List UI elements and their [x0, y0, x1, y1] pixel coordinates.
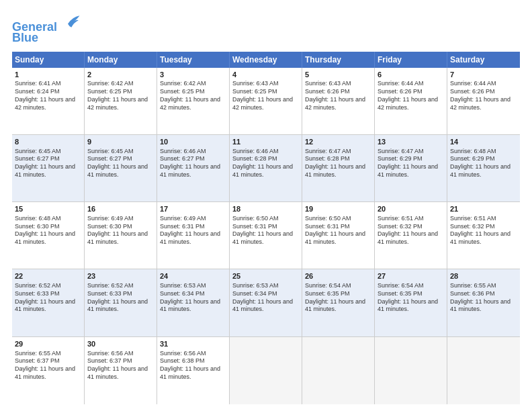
cell-info: Sunrise: 6:46 AMSunset: 6:27 PMDaylight:… — [160, 148, 226, 179]
calendar-cell: 17Sunrise: 6:49 AMSunset: 6:31 PMDayligh… — [157, 202, 230, 269]
day-number: 7 — [450, 70, 517, 80]
calendar-cell: 9Sunrise: 6:45 AMSunset: 6:27 PMDaylight… — [85, 135, 157, 201]
cell-info: Sunrise: 6:56 AMSunset: 6:38 PMDaylight:… — [160, 350, 226, 381]
day-number: 28 — [450, 271, 517, 281]
calendar-cell: 27Sunrise: 6:54 AMSunset: 6:35 PMDayligh… — [375, 269, 447, 336]
calendar-cell — [302, 337, 375, 404]
calendar-week: 8Sunrise: 6:45 AMSunset: 6:27 PMDaylight… — [12, 135, 520, 202]
cell-info: Sunrise: 6:49 AMSunset: 6:31 PMDaylight:… — [160, 215, 226, 246]
day-number: 31 — [160, 339, 226, 349]
calendar-cell: 24Sunrise: 6:53 AMSunset: 6:34 PMDayligh… — [157, 269, 230, 336]
cal-header-day: Sunday — [12, 52, 85, 68]
cell-info: Sunrise: 6:47 AMSunset: 6:28 PMDaylight:… — [305, 148, 371, 179]
cell-info: Sunrise: 6:50 AMSunset: 6:31 PMDaylight:… — [232, 215, 299, 246]
calendar-cell: 23Sunrise: 6:52 AMSunset: 6:33 PMDayligh… — [85, 269, 157, 336]
calendar-cell: 12Sunrise: 6:47 AMSunset: 6:28 PMDayligh… — [302, 135, 375, 201]
calendar-cell: 11Sunrise: 6:46 AMSunset: 6:28 PMDayligh… — [230, 135, 302, 201]
day-number: 24 — [160, 271, 226, 281]
calendar-cell: 5Sunrise: 6:43 AMSunset: 6:26 PMDaylight… — [302, 68, 375, 134]
cell-info: Sunrise: 6:56 AMSunset: 6:37 PMDaylight:… — [87, 350, 154, 381]
day-number: 18 — [232, 204, 299, 214]
header: General Blue — [12, 12, 520, 45]
calendar: SundayMondayTuesdayWednesdayThursdayFrid… — [12, 52, 520, 404]
cell-info: Sunrise: 6:55 AMSunset: 6:36 PMDaylight:… — [450, 282, 517, 314]
calendar-cell — [375, 337, 447, 404]
cell-info: Sunrise: 6:51 AMSunset: 6:32 PMDaylight:… — [378, 215, 444, 246]
calendar-cell: 7Sunrise: 6:44 AMSunset: 6:26 PMDaylight… — [447, 68, 520, 134]
day-number: 9 — [87, 137, 154, 147]
cell-info: Sunrise: 6:42 AMSunset: 6:25 PMDaylight:… — [87, 80, 154, 111]
day-number: 13 — [378, 137, 444, 147]
cell-info: Sunrise: 6:52 AMSunset: 6:33 PMDaylight:… — [15, 282, 81, 314]
day-number: 30 — [87, 339, 154, 349]
calendar-cell: 22Sunrise: 6:52 AMSunset: 6:33 PMDayligh… — [12, 269, 85, 336]
cell-info: Sunrise: 6:45 AMSunset: 6:27 PMDaylight:… — [87, 148, 154, 179]
cell-info: Sunrise: 6:54 AMSunset: 6:35 PMDaylight:… — [305, 282, 371, 314]
calendar-cell: 10Sunrise: 6:46 AMSunset: 6:27 PMDayligh… — [157, 135, 230, 201]
calendar-week: 29Sunrise: 6:55 AMSunset: 6:37 PMDayligh… — [12, 337, 520, 404]
cell-info: Sunrise: 6:43 AMSunset: 6:25 PMDaylight:… — [232, 80, 299, 111]
day-number: 21 — [450, 204, 517, 214]
day-number: 12 — [305, 137, 371, 147]
day-number: 6 — [378, 70, 444, 80]
calendar-cell: 25Sunrise: 6:53 AMSunset: 6:34 PMDayligh… — [230, 269, 302, 336]
calendar-cell: 19Sunrise: 6:50 AMSunset: 6:31 PMDayligh… — [302, 202, 375, 269]
calendar-cell: 2Sunrise: 6:42 AMSunset: 6:25 PMDaylight… — [85, 68, 157, 134]
cell-info: Sunrise: 6:41 AMSunset: 6:24 PMDaylight:… — [15, 80, 81, 111]
day-number: 1 — [15, 70, 81, 80]
calendar-week: 15Sunrise: 6:48 AMSunset: 6:30 PMDayligh… — [12, 202, 520, 269]
day-number: 26 — [305, 271, 371, 281]
cell-info: Sunrise: 6:46 AMSunset: 6:28 PMDaylight:… — [232, 148, 299, 179]
page: General Blue SundayMondayTuesdayWednesda… — [0, 0, 532, 411]
day-number: 27 — [378, 271, 444, 281]
day-number: 16 — [87, 204, 154, 214]
day-number: 5 — [305, 70, 371, 80]
calendar-cell: 28Sunrise: 6:55 AMSunset: 6:36 PMDayligh… — [447, 269, 520, 336]
cal-header-day: Monday — [85, 52, 157, 68]
cell-info: Sunrise: 6:44 AMSunset: 6:26 PMDaylight:… — [378, 80, 444, 111]
calendar-week: 22Sunrise: 6:52 AMSunset: 6:33 PMDayligh… — [12, 269, 520, 336]
cal-header-day: Thursday — [302, 52, 375, 68]
calendar-header: SundayMondayTuesdayWednesdayThursdayFrid… — [12, 52, 520, 68]
calendar-cell: 16Sunrise: 6:49 AMSunset: 6:30 PMDayligh… — [85, 202, 157, 269]
day-number: 3 — [160, 70, 226, 80]
cell-info: Sunrise: 6:54 AMSunset: 6:35 PMDaylight:… — [378, 282, 444, 314]
calendar-cell: 31Sunrise: 6:56 AMSunset: 6:38 PMDayligh… — [157, 337, 230, 404]
cell-info: Sunrise: 6:51 AMSunset: 6:32 PMDaylight:… — [450, 215, 517, 246]
logo-bird-icon — [63, 12, 82, 31]
cell-info: Sunrise: 6:53 AMSunset: 6:34 PMDaylight:… — [160, 282, 226, 314]
calendar-cell: 29Sunrise: 6:55 AMSunset: 6:37 PMDayligh… — [12, 337, 85, 404]
cell-info: Sunrise: 6:49 AMSunset: 6:30 PMDaylight:… — [87, 215, 154, 246]
day-number: 20 — [378, 204, 444, 214]
calendar-cell: 20Sunrise: 6:51 AMSunset: 6:32 PMDayligh… — [375, 202, 447, 269]
day-number: 10 — [160, 137, 226, 147]
logo: General Blue — [12, 12, 82, 45]
day-number: 19 — [305, 204, 371, 214]
day-number: 17 — [160, 204, 226, 214]
calendar-cell: 14Sunrise: 6:48 AMSunset: 6:29 PMDayligh… — [447, 135, 520, 201]
calendar-cell — [230, 337, 302, 404]
day-number: 4 — [232, 70, 299, 80]
day-number: 29 — [15, 339, 81, 349]
calendar-cell: 8Sunrise: 6:45 AMSunset: 6:27 PMDaylight… — [12, 135, 85, 201]
calendar-cell: 3Sunrise: 6:42 AMSunset: 6:25 PMDaylight… — [157, 68, 230, 134]
cal-header-day: Wednesday — [230, 52, 302, 68]
cal-header-day: Saturday — [447, 52, 520, 68]
calendar-cell: 26Sunrise: 6:54 AMSunset: 6:35 PMDayligh… — [302, 269, 375, 336]
calendar-cell: 21Sunrise: 6:51 AMSunset: 6:32 PMDayligh… — [447, 202, 520, 269]
calendar-cell: 30Sunrise: 6:56 AMSunset: 6:37 PMDayligh… — [85, 337, 157, 404]
day-number: 25 — [232, 271, 299, 281]
cell-info: Sunrise: 6:53 AMSunset: 6:34 PMDaylight:… — [232, 282, 299, 314]
day-number: 2 — [87, 70, 154, 80]
calendar-cell: 4Sunrise: 6:43 AMSunset: 6:25 PMDaylight… — [230, 68, 302, 134]
day-number: 15 — [15, 204, 81, 214]
calendar-body: 1Sunrise: 6:41 AMSunset: 6:24 PMDaylight… — [12, 68, 520, 404]
cal-header-day: Tuesday — [157, 52, 230, 68]
day-number: 11 — [232, 137, 299, 147]
cell-info: Sunrise: 6:44 AMSunset: 6:26 PMDaylight:… — [450, 80, 517, 111]
day-number: 22 — [15, 271, 81, 281]
cell-info: Sunrise: 6:43 AMSunset: 6:26 PMDaylight:… — [305, 80, 371, 111]
cell-info: Sunrise: 6:52 AMSunset: 6:33 PMDaylight:… — [87, 282, 154, 314]
calendar-cell: 18Sunrise: 6:50 AMSunset: 6:31 PMDayligh… — [230, 202, 302, 269]
cell-info: Sunrise: 6:42 AMSunset: 6:25 PMDaylight:… — [160, 80, 226, 111]
